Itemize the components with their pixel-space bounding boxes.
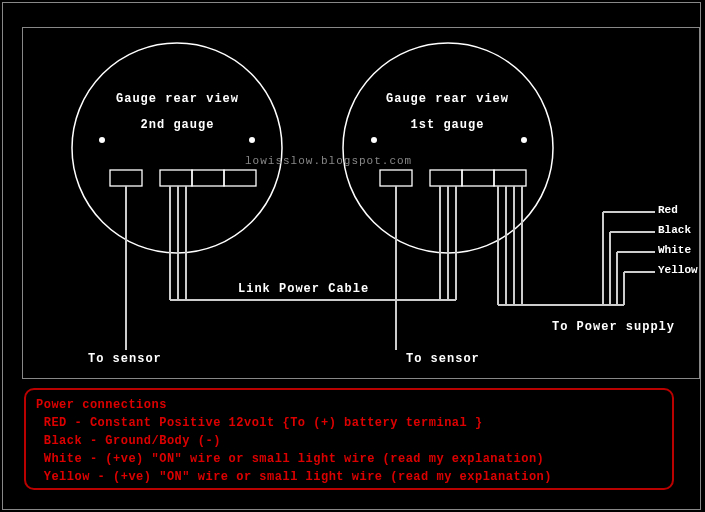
power-connections-box: Power connections RED - Constant Positiv… bbox=[24, 388, 674, 490]
power-black: Black - Ground/Body (-) bbox=[36, 434, 221, 448]
svg-point-5 bbox=[521, 137, 527, 143]
power-supply-label: To Power supply bbox=[552, 320, 675, 334]
svg-rect-9 bbox=[224, 170, 256, 186]
gauge2-title: Gauge rear view bbox=[110, 92, 245, 106]
svg-rect-6 bbox=[110, 170, 142, 186]
gauge1-sub: 1st gauge bbox=[380, 118, 515, 132]
gauge1-title: Gauge rear view bbox=[380, 92, 515, 106]
svg-rect-11 bbox=[430, 170, 462, 186]
wire-yellow-label: Yellow bbox=[658, 264, 698, 276]
wire-black-label: Black bbox=[658, 224, 691, 236]
link-cable-label: Link Power Cable bbox=[238, 282, 369, 296]
watermark: lowisslow.blogspot.com bbox=[245, 155, 412, 167]
power-red: RED - Constant Positive 12volt {To (+) b… bbox=[36, 416, 483, 430]
svg-point-4 bbox=[371, 137, 377, 143]
svg-rect-8 bbox=[192, 170, 224, 186]
wire-red-label: Red bbox=[658, 204, 678, 216]
sensor-label-2: To sensor bbox=[88, 352, 162, 366]
svg-rect-10 bbox=[380, 170, 412, 186]
wire-white-label: White bbox=[658, 244, 691, 256]
power-white: White - (+ve) "ON" wire or small light w… bbox=[36, 452, 544, 466]
svg-rect-7 bbox=[160, 170, 192, 186]
svg-point-2 bbox=[99, 137, 105, 143]
svg-rect-12 bbox=[462, 170, 494, 186]
svg-point-3 bbox=[249, 137, 255, 143]
gauge2-sub: 2nd gauge bbox=[110, 118, 245, 132]
svg-rect-13 bbox=[494, 170, 526, 186]
power-yellow: Yellow - (+ve) "ON" wire or small light … bbox=[36, 470, 552, 484]
power-heading: Power connections bbox=[36, 398, 167, 412]
sensor-label-1: To sensor bbox=[406, 352, 480, 366]
